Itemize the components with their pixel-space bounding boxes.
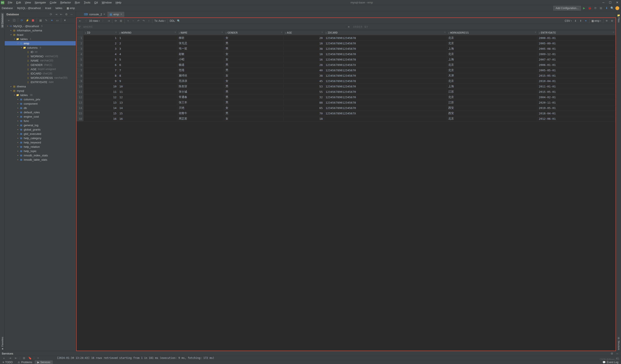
cell-age[interactable]: 38 bbox=[284, 73, 324, 79]
close-tab-icon[interactable]: ✕ bbox=[120, 13, 122, 16]
cell-name[interactable]: 范瑶 bbox=[177, 68, 224, 73]
tree-column-ENTRYDATE[interactable]: ▯ENTRYDATEdate bbox=[5, 80, 76, 84]
services-collapse-icon[interactable]: ⇤ bbox=[14, 356, 18, 360]
cell-age[interactable]: 65 bbox=[284, 105, 324, 111]
cell-gender[interactable]: 男 bbox=[224, 100, 284, 105]
tree-table[interactable]: ▸▦engine_cost bbox=[5, 114, 76, 119]
cell-idcard[interactable]: 123456789012345678 bbox=[324, 100, 447, 105]
cell-entrydate[interactable]: 2019-05-01 bbox=[537, 105, 615, 111]
tree-schema-mysql[interactable]: ▾▧mysql bbox=[5, 89, 76, 93]
services-bookmark-icon[interactable]: 🔖 bbox=[28, 356, 32, 360]
database-tree[interactable]: ▾⛁MySQL - @localhost9▸▧information_schem… bbox=[5, 23, 76, 351]
breadcrumb-item[interactable]: itcast bbox=[45, 7, 51, 10]
cell-name[interactable]: 赵敏 bbox=[177, 51, 224, 57]
cell-gender[interactable]: 女 bbox=[224, 35, 284, 41]
settings-icon[interactable]: ⚙ bbox=[64, 12, 69, 16]
tree-column-IDCARD[interactable]: ▯IDCARDchar(18) bbox=[5, 71, 76, 76]
first-page-icon[interactable]: ⇤ bbox=[78, 18, 83, 23]
menu-refactor[interactable]: Refactor bbox=[59, 0, 73, 4]
menu-tools[interactable]: Tools bbox=[82, 0, 92, 4]
cell-entrydate[interactable]: 2007-07-01 bbox=[537, 57, 615, 62]
cell-workaddress[interactable]: 北京 bbox=[447, 79, 537, 84]
cell-workno[interactable]: 14 bbox=[118, 105, 177, 111]
tx-mode[interactable]: Tx: Auto ▾ bbox=[154, 19, 167, 22]
breadcrumb-item[interactable]: ▦ emp bbox=[67, 7, 75, 10]
cell-idcard[interactable]: 123456789012345670 bbox=[324, 84, 447, 89]
tree-table[interactable]: ▸▦default_roles bbox=[5, 110, 76, 114]
edit-data-icon[interactable]: ✎ bbox=[44, 18, 49, 23]
menu-code[interactable]: Code bbox=[48, 0, 58, 4]
cell-id[interactable]: 7 bbox=[84, 68, 118, 73]
tree-column-WORKNO[interactable]: ▯WORKNOvarchar(10) bbox=[5, 54, 76, 58]
download-icon[interactable]: ⬇ bbox=[573, 18, 578, 23]
col-header-WORKADDRESS[interactable]: ▯WORKADDRESS⇅ bbox=[447, 30, 537, 35]
tab-console_2[interactable]: ⌨console_2✕ bbox=[82, 12, 107, 17]
cell-workaddress[interactable]: 北京 bbox=[447, 51, 537, 57]
cell-name[interactable]: 周芷若 bbox=[177, 116, 224, 122]
table-row[interactable]: 222张无忌男18123456789012345670北京2005-09-01 bbox=[77, 41, 616, 46]
cell-workaddress[interactable]: 北京 bbox=[447, 95, 537, 100]
services-hide-icon[interactable]: ─ bbox=[615, 351, 619, 356]
orderby-label[interactable]: ORDER BY bbox=[353, 25, 368, 29]
table-row[interactable]: 111111张士诚男55123456789012345670江苏2015-05-… bbox=[77, 89, 616, 95]
tree-table[interactable]: ▸▦gtid_executed bbox=[5, 132, 76, 136]
cell-gender[interactable]: 女 bbox=[224, 105, 284, 111]
cell-id[interactable]: 13 bbox=[84, 100, 118, 105]
cell-workaddress[interactable]: 北京 bbox=[447, 68, 537, 73]
col-header-GENDER[interactable]: ▯GENDER⇅ bbox=[224, 30, 284, 35]
cell-entrydate[interactable]: 2018-04-01 bbox=[537, 111, 615, 116]
tree-table[interactable]: ▸▦columns_priv bbox=[5, 97, 76, 101]
cell-workno[interactable]: 16 bbox=[118, 116, 177, 122]
import-icon[interactable]: ✦ bbox=[584, 18, 588, 23]
cell-workaddress[interactable]: 上海 bbox=[447, 57, 537, 62]
hide-icon[interactable]: ─ bbox=[69, 12, 74, 16]
tree-table[interactable]: ▸▦help_category bbox=[5, 136, 76, 140]
data-grid[interactable]: ▯ID⇅▯WORKNO⇅▯NAME⇅▯GENDER⇅▯AGE⇅▯IDCARD⇅▯… bbox=[77, 30, 616, 351]
cell-idcard[interactable]: 123456789012345670 bbox=[324, 95, 447, 100]
menu-window[interactable]: Window bbox=[100, 0, 113, 4]
cell-id[interactable]: 4 bbox=[84, 51, 118, 57]
cell-age[interactable]: 16 bbox=[284, 57, 324, 62]
cell-gender[interactable]: 男 bbox=[224, 84, 284, 89]
breadcrumb-item[interactable]: Database bbox=[2, 7, 13, 10]
cell-id[interactable]: 12 bbox=[84, 95, 118, 100]
cell-workno[interactable]: 2 bbox=[118, 41, 177, 46]
cell-entrydate[interactable]: 2010-04-01 bbox=[537, 79, 615, 84]
tab-services[interactable]: ▶ Services bbox=[35, 360, 53, 364]
menu-git[interactable]: Git bbox=[92, 0, 100, 4]
cell-workaddress[interactable]: 江苏 bbox=[447, 100, 537, 105]
tree-schema[interactable]: ▸▧itheima bbox=[5, 84, 76, 89]
upload-icon[interactable]: ⬆ bbox=[578, 18, 583, 23]
cell-age[interactable]: 38 bbox=[284, 46, 324, 51]
filter-icon[interactable]: ▼ bbox=[62, 18, 68, 23]
cell-workno[interactable]: 9 bbox=[118, 79, 177, 84]
table-row[interactable]: 555小昭女16123456789012345678上海2007-07-01 bbox=[77, 57, 616, 62]
services-add-icon[interactable]: ＋ bbox=[36, 356, 40, 360]
cell-id[interactable]: 11 bbox=[84, 89, 118, 95]
vcs-update-icon[interactable]: ⬇ bbox=[604, 6, 609, 11]
services-settings-icon[interactable]: ⚙ bbox=[610, 351, 614, 356]
cell-age[interactable]: 55 bbox=[284, 89, 324, 95]
export-format[interactable]: CSV ▾ bbox=[564, 19, 573, 22]
jump-to-query-icon[interactable]: ▦ bbox=[38, 18, 43, 23]
cell-id[interactable]: 14 bbox=[84, 105, 118, 111]
cell-gender[interactable]: 男 bbox=[224, 111, 284, 116]
run-with-icon[interactable]: ⟳ bbox=[593, 6, 598, 11]
close-button[interactable]: ✕ bbox=[614, 0, 620, 5]
cell-gender[interactable]: 男 bbox=[224, 95, 284, 100]
tree-table[interactable]: ▸▦help_keyword bbox=[5, 140, 76, 144]
cell-name[interactable]: 常遇春 bbox=[177, 95, 224, 100]
row-count[interactable]: 16 rows ▾ bbox=[88, 19, 101, 22]
cell-workaddress[interactable]: 西安 bbox=[447, 105, 537, 111]
cell-idcard[interactable]: 123456789012345670 bbox=[324, 105, 447, 111]
cell-age[interactable]: 53 bbox=[284, 84, 324, 89]
add-configuration-button[interactable]: Add Configuration... bbox=[553, 6, 581, 11]
cell-entrydate[interactable]: 2009-12-01 bbox=[537, 51, 615, 57]
minimize-button[interactable]: ─ bbox=[600, 0, 606, 5]
reload-icon[interactable]: ⟳ bbox=[113, 18, 118, 23]
cell-gender[interactable]: 女 bbox=[224, 79, 284, 84]
tab-emp[interactable]: ▦emp✕ bbox=[108, 12, 124, 17]
cell-entrydate[interactable]: 2012-06-01 bbox=[537, 116, 615, 122]
col-header-NAME[interactable]: ▯NAME⇅ bbox=[177, 30, 224, 35]
cell-name[interactable]: 胡青牛 bbox=[177, 111, 224, 116]
